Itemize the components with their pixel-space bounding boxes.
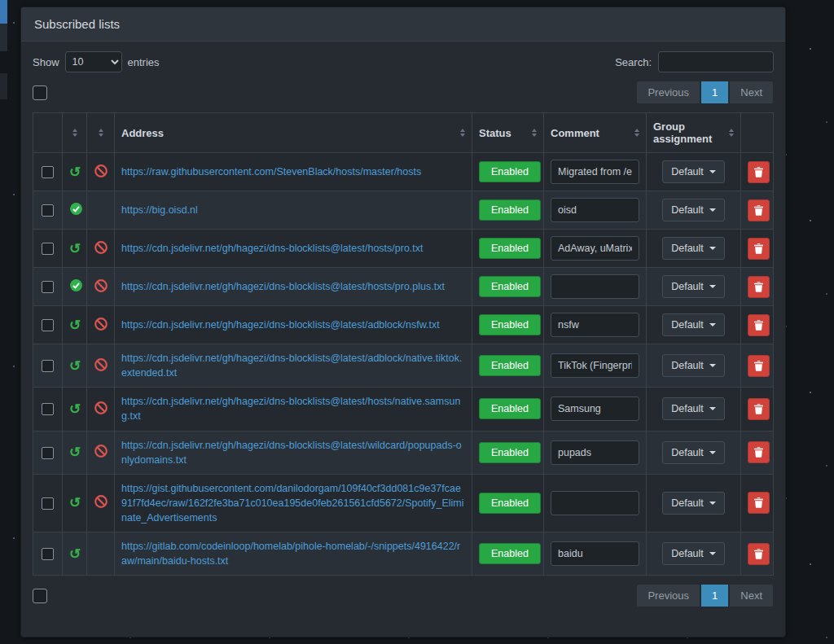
status-toggle-button[interactable]: Enabled — [479, 442, 541, 463]
row-checkbox[interactable] — [42, 447, 54, 459]
status-toggle-button[interactable]: Enabled — [479, 543, 541, 564]
address-cell: https://big.oisd.nl — [115, 191, 472, 230]
checkbox-cell — [33, 191, 63, 230]
row-checkbox[interactable] — [42, 319, 54, 331]
status-toggle-button[interactable]: Enabled — [479, 314, 541, 335]
group-assignment-dropdown[interactable]: Default — [662, 441, 725, 464]
group-assignment-dropdown[interactable]: Default — [662, 313, 725, 336]
comment-input[interactable] — [551, 353, 639, 378]
group-assignment-value: Default — [671, 243, 704, 254]
entries-label: entries — [128, 56, 160, 68]
header-address[interactable]: Address — [115, 113, 472, 153]
delete-button[interactable] — [748, 355, 770, 377]
row-checkbox[interactable] — [42, 548, 54, 560]
search-input[interactable] — [658, 51, 774, 72]
delete-button[interactable] — [748, 441, 770, 463]
address-link[interactable]: https://cdn.jsdelivr.net/gh/hagezi/dns-b… — [121, 438, 465, 467]
current-page-button[interactable]: 1 — [700, 584, 729, 607]
group-assignment-dropdown[interactable]: Default — [662, 199, 725, 221]
select-all-checkbox[interactable] — [33, 85, 47, 100]
sidebar-active-item-fragment — [0, 0, 7, 24]
delete-button[interactable] — [748, 492, 770, 514]
sort-arrows-icon — [72, 129, 77, 137]
previous-page-button[interactable]: Previous — [636, 81, 700, 104]
row-checkbox[interactable] — [42, 360, 54, 372]
address-link[interactable]: https://cdn.jsdelivr.net/gh/hagezi/dns-b… — [121, 394, 465, 423]
update-status-cell: ↺ — [63, 388, 87, 431]
delete-button[interactable] — [748, 199, 770, 221]
caret-down-icon — [709, 502, 716, 505]
row-checkbox[interactable] — [42, 243, 54, 255]
status-toggle-button[interactable]: Enabled — [479, 355, 541, 376]
group-assignment-dropdown[interactable]: Default — [662, 492, 725, 515]
delete-button[interactable] — [748, 314, 770, 336]
header-update-status-column[interactable] — [63, 113, 87, 153]
next-page-button[interactable]: Next — [729, 81, 774, 104]
header-group-assignment[interactable]: Group assignment — [647, 113, 741, 153]
address-link[interactable]: https://big.oisd.nl — [121, 203, 198, 217]
group-assignment-dropdown[interactable]: Default — [662, 354, 725, 377]
comment-input[interactable] — [551, 541, 639, 566]
caret-down-icon — [709, 170, 716, 173]
address-link[interactable]: https://cdn.jsdelivr.net/gh/hagezi/dns-b… — [121, 318, 440, 332]
comment-input[interactable] — [551, 491, 639, 515]
comment-input[interactable] — [551, 313, 639, 337]
status-toggle-button[interactable]: Enabled — [479, 238, 541, 259]
current-page-button[interactable]: 1 — [700, 81, 729, 104]
toolbar-bottom: Previous 1 Next — [33, 584, 774, 607]
row-checkbox[interactable] — [42, 204, 54, 217]
select-all-checkbox[interactable] — [33, 589, 47, 603]
row-checkbox[interactable] — [42, 497, 54, 510]
status-toggle-button[interactable]: Enabled — [479, 276, 541, 297]
address-link[interactable]: https://gist.githubusercontent.com/danil… — [121, 481, 465, 525]
address-cell: https://cdn.jsdelivr.net/gh/hagezi/dns-b… — [115, 344, 472, 388]
update-status-cell: ↺ — [63, 306, 87, 344]
status-toggle-button[interactable]: Enabled — [479, 398, 541, 419]
header-status[interactable]: Status — [472, 113, 544, 153]
group-assignment-dropdown[interactable]: Default — [662, 160, 725, 183]
delete-cell — [741, 191, 774, 230]
row-checkbox[interactable] — [42, 281, 54, 293]
group-cell: Default — [647, 268, 741, 306]
address-link[interactable]: https://gitlab.com/codeinloop/homelab/pi… — [121, 539, 465, 568]
status-toggle-button[interactable]: Enabled — [479, 161, 541, 182]
comment-cell — [544, 388, 647, 431]
delete-button[interactable] — [748, 238, 770, 260]
row-checkbox[interactable] — [42, 166, 54, 178]
trash-icon — [754, 282, 763, 292]
delete-button[interactable] — [748, 398, 770, 420]
comment-input[interactable] — [551, 274, 639, 299]
sidebar-item-fragment — [0, 24, 7, 51]
status-toggle-button[interactable]: Enabled — [479, 199, 541, 221]
delete-button[interactable] — [748, 276, 770, 298]
group-assignment-dropdown[interactable]: Default — [662, 275, 725, 298]
row-checkbox[interactable] — [42, 403, 54, 415]
group-assignment-dropdown[interactable]: Default — [662, 397, 725, 420]
comment-input[interactable] — [551, 160, 639, 184]
search-label: Search: — [615, 56, 652, 68]
group-assignment-dropdown[interactable]: Default — [662, 237, 725, 260]
comment-input[interactable] — [551, 198, 639, 222]
delete-button[interactable] — [748, 161, 770, 183]
address-link[interactable]: https://cdn.jsdelivr.net/gh/hagezi/dns-b… — [121, 279, 445, 294]
group-assignment-dropdown[interactable]: Default — [662, 542, 725, 565]
update-status-cell: ↺ — [63, 431, 87, 474]
address-link[interactable]: https://cdn.jsdelivr.net/gh/hagezi/dns-b… — [121, 351, 465, 380]
history-icon: ↺ — [69, 402, 81, 416]
entries-select[interactable]: 10 — [65, 51, 122, 72]
address-link[interactable]: https://cdn.jsdelivr.net/gh/hagezi/dns-b… — [121, 241, 424, 256]
trash-icon — [754, 361, 763, 371]
status-toggle-button[interactable]: Enabled — [479, 493, 541, 514]
comment-input[interactable] — [551, 396, 639, 421]
comment-cell — [544, 230, 647, 268]
header-comment[interactable]: Comment — [544, 113, 647, 153]
comment-input[interactable] — [551, 236, 639, 261]
header-ban-column[interactable] — [87, 113, 115, 153]
address-link[interactable]: https://raw.githubusercontent.com/Steven… — [121, 164, 421, 179]
trash-icon — [754, 205, 763, 216]
trash-icon — [754, 447, 763, 458]
previous-page-button[interactable]: Previous — [636, 584, 700, 607]
comment-input[interactable] — [551, 440, 639, 465]
delete-button[interactable] — [748, 543, 770, 565]
next-page-button[interactable]: Next — [729, 584, 774, 607]
